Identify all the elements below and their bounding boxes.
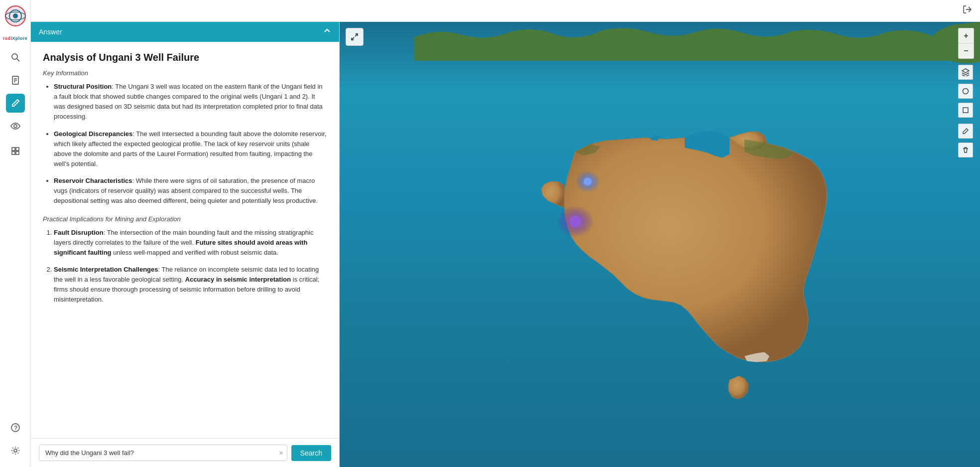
key-info-label: Key Information — [43, 69, 327, 77]
svg-rect-14 — [12, 152, 15, 155]
search-button[interactable]: Search — [291, 445, 331, 461]
sidebar-item-help[interactable]: ? — [6, 418, 25, 437]
left-panel: Answer Analysis of Ungani 3 Well Failure… — [31, 22, 340, 467]
svg-line-6 — [17, 59, 19, 61]
zoom-controls: + − — [958, 28, 974, 59]
svg-point-5 — [12, 54, 17, 59]
answer-header: Answer — [31, 22, 339, 42]
bullet-term-1: Structural Position — [54, 83, 112, 90]
bullet-term-3: Reservoir Characteristics — [54, 177, 132, 184]
numbered-term-1: Fault Disruption — [54, 229, 104, 236]
answer-body: Analysis of Ungani 3 Well Failure Key In… — [31, 42, 339, 438]
search-bar: × Search — [31, 438, 339, 467]
list-item: Structural Position: The Ungani 3 well w… — [54, 82, 327, 122]
list-item: Seismic Interpretation Challenges: The r… — [54, 265, 327, 305]
rectangle-tool-button[interactable] — [958, 103, 973, 118]
answer-title: Analysis of Ungani 3 Well Failure — [43, 52, 327, 63]
clear-button[interactable]: × — [279, 450, 283, 457]
top-bar — [31, 0, 980, 22]
edit-tool-button[interactable] — [958, 124, 973, 139]
svg-point-18 — [14, 449, 17, 452]
map-area[interactable]: + − — [340, 22, 980, 467]
svg-rect-15 — [16, 152, 19, 155]
australia-map — [436, 62, 884, 451]
search-input[interactable] — [39, 445, 287, 461]
search-input-wrapper: × — [39, 445, 287, 461]
logout-button[interactable] — [962, 4, 972, 17]
circle-tool-button[interactable] — [958, 84, 973, 99]
svg-rect-13 — [16, 148, 19, 151]
collapse-answer-button[interactable] — [323, 27, 331, 37]
logo[interactable] — [4, 5, 26, 29]
svg-point-25 — [963, 89, 969, 94]
svg-point-22 — [569, 215, 581, 227]
zoom-out-button[interactable]: − — [959, 43, 974, 58]
content-area: Answer Analysis of Ungani 3 Well Failure… — [31, 22, 980, 467]
practical-label: Practical Implications for Mining and Ex… — [43, 215, 327, 223]
sidebar-item-edit[interactable] — [6, 94, 25, 113]
svg-point-3 — [13, 13, 18, 18]
svg-text:?: ? — [14, 425, 17, 432]
sidebar-item-search[interactable] — [6, 48, 25, 67]
map-expand-button[interactable] — [346, 28, 364, 46]
numbered-text-1b: unless well-mapped and verified with rob… — [112, 249, 278, 256]
main-area: Answer Analysis of Ungani 3 Well Failure… — [31, 0, 980, 467]
sidebar-item-view[interactable] — [6, 117, 25, 136]
svg-rect-12 — [12, 148, 15, 151]
list-item: Geological Discrepancies: The well inter… — [54, 129, 327, 169]
numbered-bold-2: Accuracy in seismic interpretation — [185, 276, 291, 283]
numbered-list: Fault Disruption: The intersection of th… — [43, 228, 327, 305]
delete-tool-button[interactable] — [958, 143, 973, 157]
sidebar-item-grid[interactable] — [6, 142, 25, 160]
numbered-term-2: Seismic Interpretation Challenges — [54, 266, 158, 273]
sidebar-item-settings[interactable] — [6, 441, 25, 460]
map-controls-top-left — [346, 28, 364, 46]
sidebar-item-documents[interactable] — [6, 71, 25, 90]
bullet-term-2: Geological Discrepancies — [54, 130, 132, 138]
app-name: radiXplore — [0, 36, 30, 41]
svg-point-11 — [14, 125, 17, 128]
list-item: Reservoir Characteristics: While there w… — [54, 176, 327, 206]
svg-rect-26 — [963, 108, 968, 113]
svg-point-20 — [584, 177, 592, 185]
answer-header-label: Answer — [39, 28, 62, 36]
sidebar: radiXplore — [0, 0, 31, 467]
bullet-list: Structural Position: The Ungani 3 well w… — [43, 82, 327, 206]
map-background — [340, 22, 980, 467]
zoom-in-button[interactable]: + — [959, 28, 974, 43]
map-controls-top-right: + − — [958, 28, 974, 157]
layers-button[interactable] — [958, 65, 973, 80]
list-item: Fault Disruption: The intersection of th… — [54, 228, 327, 258]
